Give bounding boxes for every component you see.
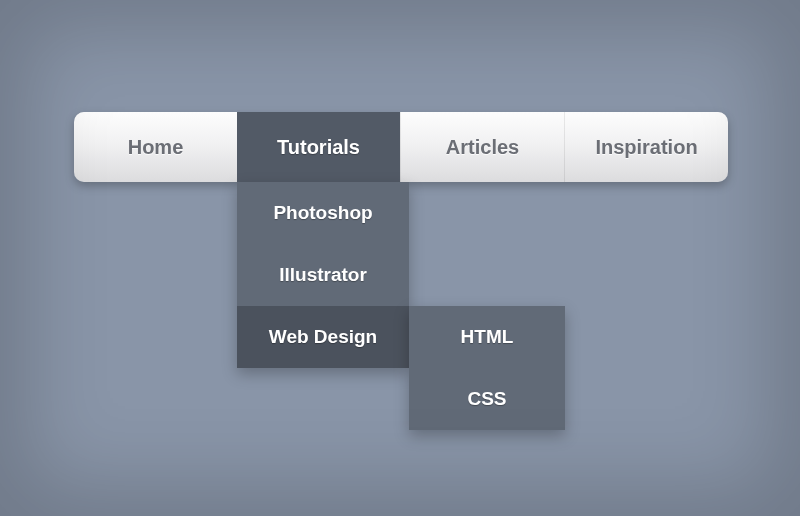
nav-item-label: Inspiration [595, 136, 697, 159]
dropdown-item-label: Photoshop [273, 202, 372, 224]
nav-item-label: Articles [446, 136, 519, 159]
nav-item-label: Home [128, 136, 184, 159]
dropdown-item-web-design[interactable]: Web Design [237, 306, 409, 368]
app-frame: Home Tutorials Articles Inspiration Phot… [0, 0, 800, 516]
nav-item-tutorials[interactable]: Tutorials [237, 112, 400, 182]
nav-item-articles[interactable]: Articles [400, 112, 564, 182]
submenu-item-label: HTML [461, 326, 514, 348]
submenu-item-html[interactable]: HTML [409, 306, 565, 368]
dropdown-item-label: Web Design [269, 326, 377, 348]
nav-item-inspiration[interactable]: Inspiration [564, 112, 728, 182]
submenu-item-css[interactable]: CSS [409, 368, 565, 430]
web-design-submenu: HTML CSS [409, 306, 565, 430]
dropdown-item-label: Illustrator [279, 264, 367, 286]
dropdown-item-photoshop[interactable]: Photoshop [237, 182, 409, 244]
dropdown-item-illustrator[interactable]: Illustrator [237, 244, 409, 306]
tutorials-dropdown: Photoshop Illustrator Web Design [237, 182, 409, 368]
nav-item-home[interactable]: Home [74, 112, 237, 182]
submenu-item-label: CSS [467, 388, 506, 410]
main-nav: Home Tutorials Articles Inspiration [74, 112, 728, 182]
nav-item-label: Tutorials [277, 136, 360, 159]
